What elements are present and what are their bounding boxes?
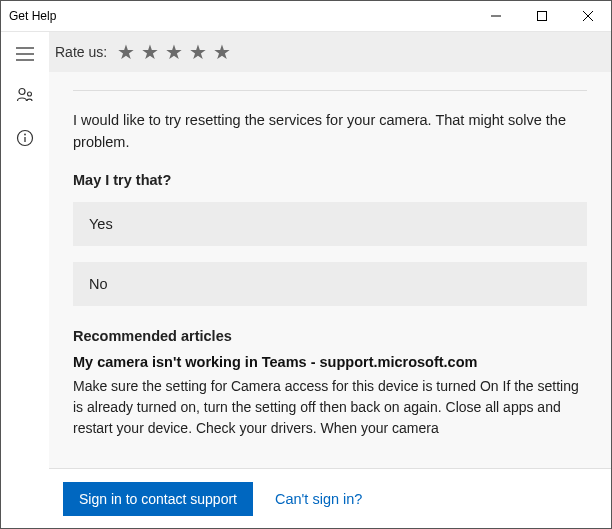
sign-in-contact-support-button[interactable]: Sign in to contact support [63, 482, 253, 516]
contact-support-button[interactable] [15, 86, 35, 106]
minimize-button[interactable] [473, 1, 519, 31]
get-help-window: Get Help Rate us: ★ [0, 0, 612, 529]
window-title: Get Help [1, 9, 473, 23]
minimize-icon [491, 11, 501, 21]
star-4[interactable]: ★ [189, 42, 207, 62]
hamburger-menu-button[interactable] [15, 44, 35, 64]
svg-point-7 [19, 89, 25, 95]
option-yes-button[interactable]: Yes [73, 202, 587, 246]
star-1[interactable]: ★ [117, 42, 135, 62]
rating-stars: ★ ★ ★ ★ ★ [117, 42, 231, 62]
close-icon [583, 11, 593, 21]
recommended-articles-heading: Recommended articles [73, 328, 587, 344]
cant-sign-in-link[interactable]: Can't sign in? [275, 491, 362, 507]
maximize-icon [537, 11, 547, 21]
svg-rect-1 [538, 12, 547, 21]
bottom-bar: Sign in to contact support Can't sign in… [49, 468, 611, 528]
info-icon [16, 129, 34, 147]
star-3[interactable]: ★ [165, 42, 183, 62]
titlebar: Get Help [1, 1, 611, 32]
body: Rate us: ★ ★ ★ ★ ★ I would like to try r… [1, 32, 611, 528]
content-area: Rate us: ★ ★ ★ ★ ★ I would like to try r… [49, 32, 611, 528]
hamburger-icon [16, 47, 34, 61]
left-sidebar [1, 32, 49, 528]
svg-point-8 [28, 92, 32, 96]
close-button[interactable] [565, 1, 611, 31]
divider [73, 90, 587, 91]
rate-us-label: Rate us: [55, 44, 107, 60]
option-no-button[interactable]: No [73, 262, 587, 306]
star-5[interactable]: ★ [213, 42, 231, 62]
maximize-button[interactable] [519, 1, 565, 31]
assistant-question: May I try that? [73, 172, 587, 188]
article-title[interactable]: My camera isn't working in Teams - suppo… [73, 354, 587, 370]
star-2[interactable]: ★ [141, 42, 159, 62]
rate-us-bar: Rate us: ★ ★ ★ ★ ★ [49, 32, 611, 72]
assistant-message: I would like to try resetting the servic… [73, 109, 587, 154]
article-snippet: Make sure the setting for Camera access … [73, 376, 587, 439]
svg-point-10 [24, 134, 26, 136]
info-button[interactable] [15, 128, 35, 148]
contact-support-icon [16, 87, 34, 105]
chat-scroll-area[interactable]: I would like to try resetting the servic… [49, 72, 611, 468]
